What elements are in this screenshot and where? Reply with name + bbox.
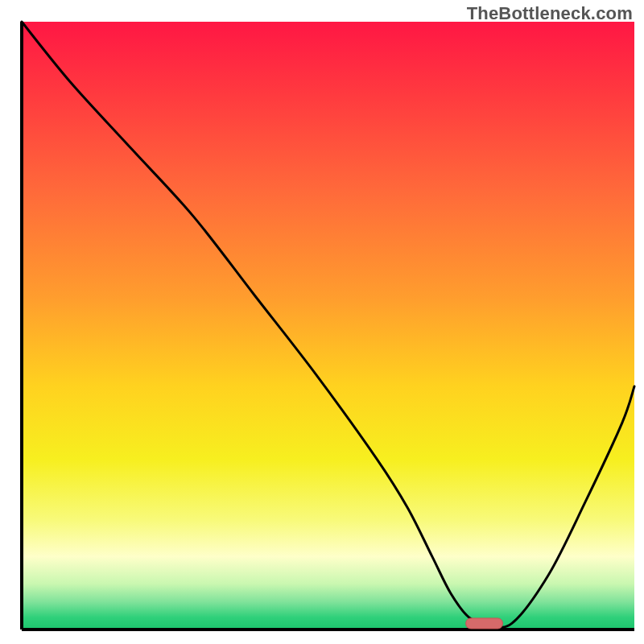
- watermark-text: TheBottleneck.com: [467, 3, 633, 24]
- chart-stage: TheBottleneck.com: [0, 0, 644, 644]
- optimal-marker: [466, 618, 503, 629]
- bottleneck-chart: [0, 0, 644, 644]
- plot-background: [22, 22, 634, 630]
